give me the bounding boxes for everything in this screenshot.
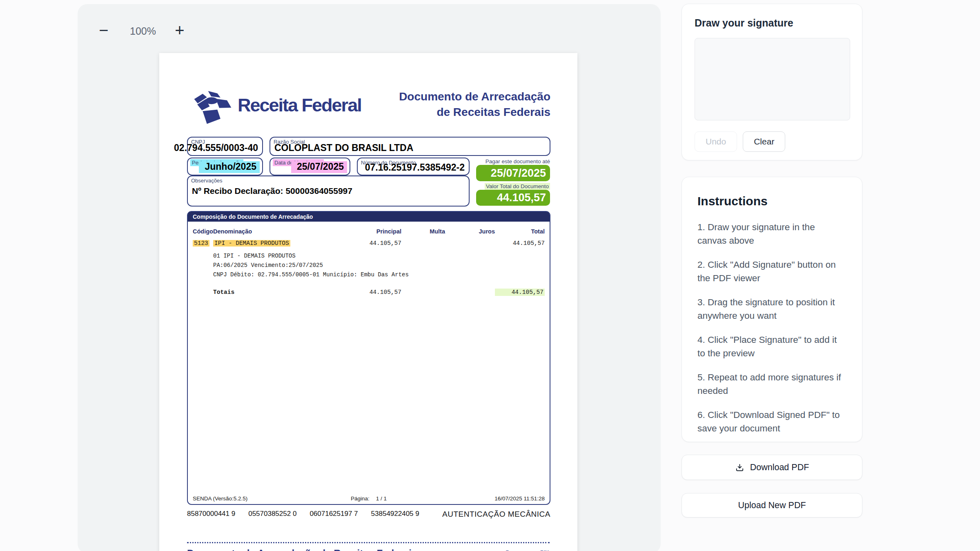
total-value-badge: 44.105,57 — [476, 190, 550, 206]
instruction-item: 3. Drag the signature to position it any… — [697, 295, 846, 322]
razao-social-field: Razão Social COLOPLAST DO BRASIL LTDA — [270, 137, 550, 156]
instructions-heading: Instructions — [697, 194, 846, 208]
total-value-label: Valor Total do Documento — [476, 183, 550, 189]
upload-new-pdf-button[interactable]: Upload New PDF — [682, 493, 862, 518]
table-header-row: Código Denominação Principal Multa Juros… — [188, 228, 550, 235]
undo-button[interactable]: Undo — [695, 131, 737, 152]
next-section-title: Documento de Arrecadação de Receitas Fed… — [187, 548, 417, 551]
due-date-badge: 25/07/2025 — [476, 165, 550, 181]
instruction-item: 2. Click "Add Signature" button on the P… — [697, 258, 846, 285]
signature-card: Draw your signature Undo Clear — [682, 4, 862, 160]
composition-table: Composição do Documento de Arrecadação C… — [187, 211, 550, 505]
page-indicator: Página: 1 / 1 — [351, 495, 387, 502]
barcode-digits-row: 85870000441 9 05570385252 0 06071625197 … — [187, 510, 550, 519]
zoom-out-button[interactable]: − — [94, 20, 114, 40]
page-tear-separator — [187, 542, 550, 543]
instruction-item: 1. Draw your signature in the canvas abo… — [697, 220, 846, 247]
zoom-in-button[interactable]: + — [170, 20, 189, 40]
mechanical-authentication-label: AUTENTICAÇÃO MECÂNICA — [442, 510, 550, 519]
observacoes-field: Observações Nº Recibo Declaração: 500003… — [187, 176, 470, 207]
download-pdf-button[interactable]: Download PDF — [682, 455, 862, 480]
due-date-label: Pagar este documento até — [476, 158, 550, 164]
receita-federal-logo-icon — [191, 85, 234, 125]
brand-name: Receita Federal — [238, 95, 361, 116]
plus-icon: + — [175, 21, 184, 39]
periodo-apuracao-field: Período de Apuração Junho/2025 — [187, 158, 263, 176]
instructions-card: Instructions 1. Draw your signature in t… — [682, 177, 862, 442]
zoom-level: 100% — [118, 25, 167, 37]
print-datetime: 16/07/2025 11:51:28 — [494, 495, 545, 502]
senda-version: SENDA (Versão:5.2.5) — [193, 495, 247, 502]
table-row-details: 01 IPI - DEMAIS PRODUTOS PA:06/2025 Venc… — [213, 251, 550, 280]
document-title: Documento de Arrecadação de Receitas Fed… — [399, 89, 550, 120]
document-footer: SENDA (Versão:5.2.5) Página: 1 / 1 16/07… — [193, 495, 545, 502]
pdf-viewer-panel[interactable]: − 100% + Receita Federal Documento de Ar… — [78, 4, 661, 551]
signature-buttons: Undo Clear — [695, 131, 849, 152]
download-icon — [735, 463, 744, 472]
receita-federal-brand: Receita Federal — [191, 85, 387, 126]
cnpj-field: CNPJ 02.794.555/0003-40 — [187, 137, 263, 156]
pdf-page[interactable]: Receita Federal Documento de Arrecadação… — [159, 53, 577, 551]
numero-documento-field: Número do Documento 07.16.25197.5385492-… — [357, 158, 470, 176]
minus-icon: − — [99, 21, 108, 39]
clear-button[interactable]: Clear — [743, 131, 785, 152]
signature-heading: Draw your signature — [695, 17, 849, 29]
data-vencimento-field: Data de Vencimento 25/07/2025 — [270, 158, 350, 176]
table-totals-row: Totais 44.105,57 44.105,57 — [188, 289, 550, 296]
instruction-item: 4. Click "Place Signature" to add it to … — [697, 333, 846, 360]
zoom-toolbar: − 100% + — [78, 4, 661, 49]
signature-canvas[interactable] — [695, 38, 850, 120]
table-row: 5123 IPI - DEMAIS PRODUTOS 44.105,57 44.… — [188, 240, 550, 247]
instruction-item: 5. Repeat to add more signatures if need… — [697, 371, 846, 398]
table-section-title: Composição do Documento de Arrecadação — [188, 212, 550, 222]
instruction-item: 6. Click "Download Signed PDF" to save y… — [697, 408, 846, 435]
instructions-list: 1. Draw your signature in the canvas abo… — [697, 220, 846, 435]
pix-label: Pague com o PIX — [506, 549, 549, 551]
